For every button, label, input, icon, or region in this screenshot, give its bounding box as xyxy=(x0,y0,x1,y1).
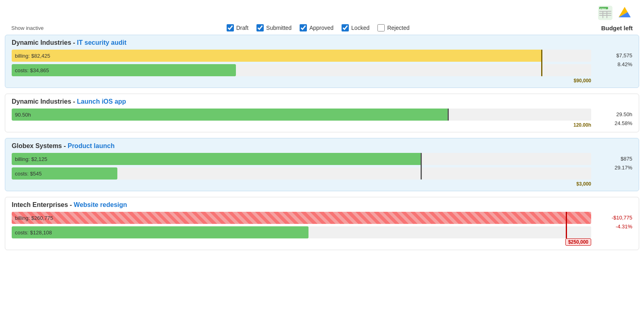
billing-bar-3: billing: $2,125 xyxy=(12,153,591,165)
budget-left-amount-2: 29.50h xyxy=(596,110,632,119)
project-card-2: Dynamic Industries - Launch iOS app 90.5… xyxy=(5,94,639,132)
billing-label-3: billing: $2,125 xyxy=(15,156,47,162)
filter-submitted-label: Submitted xyxy=(266,25,292,31)
client-name-3: Globex Systems - xyxy=(12,142,68,149)
top-bar: CSV xyxy=(5,2,639,23)
budget-left-amount-4: -$10,775 xyxy=(596,213,632,222)
filter-rejected-label: Rejected xyxy=(387,25,409,31)
project-card-3: Globex Systems - Product launch billing:… xyxy=(5,138,639,191)
hours-bar-2: 90.50h xyxy=(12,109,591,121)
budget-marker-2 xyxy=(448,109,449,121)
budget-marker-3 xyxy=(421,153,422,180)
project-bars-4: billing: $260,775 costs: $128,108 $250,0… xyxy=(12,212,591,246)
costs-label-3: costs: $545 xyxy=(15,171,42,177)
budget-total-3: $3,000 xyxy=(576,181,591,187)
filter-draft[interactable]: Draft xyxy=(227,24,248,31)
project-header-1: Dynamic Industries - IT security audit xyxy=(5,35,639,50)
client-name-4: Intech Enterprises - xyxy=(12,201,74,208)
billing-label-4: billing: $260,775 xyxy=(15,215,53,221)
project-link-3[interactable]: Product launch xyxy=(68,142,115,149)
budget-left-pct-2: 24.58% xyxy=(596,119,632,128)
project-content-2: 90.50h 120.00h 29.50h 24.58% xyxy=(5,109,639,132)
project-side-3: $875 29.17% xyxy=(596,153,632,188)
filter-rejected[interactable]: Rejected xyxy=(377,24,409,31)
project-link-1[interactable]: IT security audit xyxy=(77,39,127,46)
project-card-4: Intech Enterprises - Website redesign bi… xyxy=(5,197,639,250)
costs-bar-1: costs: $34,865 xyxy=(12,64,591,76)
svg-rect-7 xyxy=(606,11,607,18)
budget-total-2: 120.00h xyxy=(573,122,591,128)
filter-approved-label: Approved xyxy=(309,25,333,31)
svg-text:CSV: CSV xyxy=(600,8,606,10)
budget-marker-1 xyxy=(541,50,542,76)
project-side-1: $7,575 8.42% xyxy=(596,50,632,84)
google-drive-button[interactable] xyxy=(617,5,633,21)
budget-left-amount-3: $875 xyxy=(596,155,632,163)
billing-bar-4: billing: $260,775 xyxy=(12,212,591,224)
svg-rect-6 xyxy=(602,11,603,18)
client-name-1: Dynamic Industries - xyxy=(12,39,77,46)
filter-bar: Show inactive Draft Submitted Approved L… xyxy=(5,23,639,35)
svg-rect-4 xyxy=(599,13,611,14)
budget-total-4: $250,000 xyxy=(565,238,591,246)
project-content-1: billing: $82,425 costs: $34,865 $90,000 … xyxy=(5,50,639,88)
project-header-2: Dynamic Industries - Launch iOS app xyxy=(5,94,639,109)
filter-draft-checkbox[interactable] xyxy=(227,24,234,31)
budget-left-header: Budget left xyxy=(592,25,633,31)
budget-left-amount-1: $7,575 xyxy=(596,51,632,60)
project-content-4: billing: $260,775 costs: $128,108 $250,0… xyxy=(5,212,639,250)
costs-bar-4: costs: $128,108 xyxy=(12,226,591,238)
project-card-1: Dynamic Industries - IT security audit b… xyxy=(5,35,639,88)
project-link-2[interactable]: Launch iOS app xyxy=(77,98,126,105)
filter-approved[interactable]: Approved xyxy=(300,24,333,31)
billing-bar-1: billing: $82,425 xyxy=(12,50,591,62)
filter-approved-checkbox[interactable] xyxy=(300,24,307,31)
project-bars-3: billing: $2,125 costs: $545 $3,000 xyxy=(12,153,591,188)
project-link-4[interactable]: Website redesign xyxy=(74,201,127,208)
filter-submitted-checkbox[interactable] xyxy=(256,24,264,31)
project-header-4: Intech Enterprises - Website redesign xyxy=(5,197,639,212)
budget-left-pct-1: 8.42% xyxy=(596,60,632,69)
filter-draft-label: Draft xyxy=(236,25,248,31)
filter-locked[interactable]: Locked xyxy=(342,24,369,31)
project-bars-2: 90.50h 120.00h xyxy=(12,109,591,129)
filter-locked-label: Locked xyxy=(351,25,369,31)
client-name-2: Dynamic Industries - xyxy=(12,98,77,105)
budget-total-1: $90,000 xyxy=(574,78,591,84)
filter-rejected-checkbox[interactable] xyxy=(377,24,385,31)
filter-options: Draft Submitted Approved Locked Rejected xyxy=(44,24,592,31)
billing-label-1: billing: $82,425 xyxy=(15,53,50,59)
costs-label-1: costs: $34,865 xyxy=(15,67,49,73)
budget-left-pct-4: -4.31% xyxy=(596,222,632,231)
project-content-3: billing: $2,125 costs: $545 $3,000 $875 … xyxy=(5,153,639,191)
svg-rect-5 xyxy=(599,15,611,16)
hours-label-2: 90.50h xyxy=(15,112,31,118)
project-bars-1: billing: $82,425 costs: $34,865 $90,000 xyxy=(12,50,591,84)
project-header-3: Globex Systems - Product launch xyxy=(5,138,639,153)
costs-label-4: costs: $128,108 xyxy=(15,230,52,236)
csv-export-button[interactable]: CSV xyxy=(597,5,613,21)
budget-left-pct-3: 29.17% xyxy=(596,163,632,172)
filter-locked-checkbox[interactable] xyxy=(342,24,349,31)
costs-bar-3: costs: $545 xyxy=(12,167,591,180)
project-side-2: 29.50h 24.58% xyxy=(596,109,632,129)
show-inactive-label: Show inactive xyxy=(11,25,44,31)
svg-rect-3 xyxy=(599,11,611,12)
project-side-4: -$10,775 -4.31% xyxy=(596,212,632,246)
filter-submitted[interactable]: Submitted xyxy=(256,24,292,31)
budget-marker-4 xyxy=(566,212,567,238)
